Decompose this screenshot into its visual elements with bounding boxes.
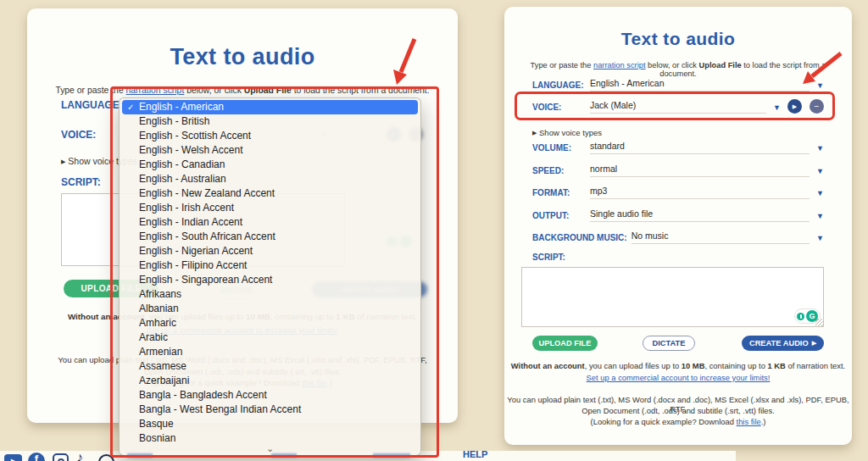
script-textarea[interactable]: G [521, 267, 824, 327]
volume-label: VOLUME: [532, 143, 590, 154]
commercial-account-link[interactable]: Set up a commercial account to increase … [587, 373, 771, 382]
expand-arrow-icon: ▶ [61, 158, 65, 164]
limits-t3: of narration text. [786, 361, 845, 370]
background-music-label: BACKGROUND MUSIC: [532, 233, 627, 244]
volume-select-row[interactable]: VOLUME: standard ▼ [532, 141, 824, 154]
formats-line3-prefix: (Looking for a quick example? Download [591, 417, 737, 426]
intro-prefix: Type or paste the [531, 61, 593, 69]
dropdown-arrow-icon[interactable]: ▼ [816, 81, 824, 92]
background-music-select-row[interactable]: BACKGROUND MUSIC: No music ▼ [532, 230, 824, 244]
limits-t2: , containing up to [704, 361, 767, 370]
intro-upload-file: Upload File [699, 61, 742, 69]
narration-script-link[interactable]: narration script [593, 61, 646, 69]
output-label: OUTPUT: [532, 211, 590, 222]
example-file-link[interactable]: this file [737, 417, 761, 426]
commercial-account-link-line: Set up a commercial account to increase … [504, 373, 852, 382]
annotation-rect-voice-row [515, 92, 835, 120]
limits-bold3: 1 KB [767, 361, 785, 370]
youtube-icon[interactable]: ▶ [4, 454, 22, 461]
upload-file-button[interactable]: UPLOAD FILE [532, 336, 598, 351]
format-value: mp3 [590, 186, 810, 199]
instagram-icon[interactable] [53, 453, 69, 461]
show-voice-types-label: Show voice types [539, 128, 602, 137]
dropdown-arrow-icon[interactable]: ▼ [816, 234, 824, 244]
grammarly-bulb-icon [797, 313, 804, 320]
script-label: SCRIPT: [532, 253, 565, 262]
limits-bold2: 10 MB [682, 361, 705, 370]
footer-help-link[interactable]: HELP [463, 449, 487, 459]
format-select-row[interactable]: FORMAT: mp3 ▼ [532, 186, 824, 199]
formats-line3: (Looking for a quick example? Download t… [504, 417, 852, 426]
annotation-rect-dropdown [110, 86, 439, 458]
language-select-row[interactable]: LANGUAGE: English - American ▼ [532, 78, 824, 92]
create-audio-label: CREATE AUDIO [749, 339, 809, 347]
text-to-audio-panel-right: Text to audio Type or paste the narratio… [504, 7, 852, 445]
upload-limits-text: Without an account, you can upload files… [504, 361, 852, 370]
dropdown-arrow-icon[interactable]: ▼ [816, 212, 824, 222]
limits-bold1: Without an account [511, 361, 585, 370]
formats-line2: Open Document (.odt, .ods) and subtitle … [504, 406, 852, 415]
show-voice-types-toggle[interactable]: ▶ Show voice types [532, 128, 602, 137]
language-label: LANGUAGE: [532, 81, 590, 92]
dropdown-arrow-icon[interactable]: ▼ [816, 167, 824, 177]
format-label: FORMAT: [532, 188, 590, 199]
limits-t1: , you can upload files up to [585, 361, 682, 370]
output-value: Single audio file [590, 208, 810, 222]
dropdown-arrow-icon[interactable]: ▼ [816, 189, 824, 199]
expand-arrow-icon: ▶ [532, 130, 537, 136]
dictate-button[interactable]: DICTATE [643, 336, 695, 351]
speed-label: SPEED: [532, 166, 590, 177]
intro-text: Type or paste the narration script below… [516, 61, 840, 78]
script-label: SCRIPT: [61, 176, 101, 188]
output-select-row[interactable]: OUTPUT: Single audio file ▼ [532, 208, 824, 222]
formats-line3-suffix: .) [761, 417, 766, 426]
background-music-value: No music [632, 230, 810, 244]
volume-value: standard [590, 141, 810, 154]
page-title: Text to audio [27, 44, 458, 70]
dropdown-arrow-icon[interactable]: ▼ [816, 144, 824, 154]
play-arrow-icon: ▶ [812, 340, 816, 347]
speed-select-row[interactable]: SPEED: normal ▼ [532, 164, 824, 177]
intro-middle: below, or click [646, 61, 699, 69]
language-value: English - American [590, 78, 810, 92]
create-audio-button[interactable]: CREATE AUDIO▶ [742, 336, 824, 351]
speed-value: normal [590, 164, 810, 177]
voice-label: VOICE: [61, 129, 96, 141]
textarea-resize-handle[interactable] [815, 319, 823, 326]
tiktok-icon[interactable]: ♪ [76, 450, 83, 461]
page-title: Text to audio [504, 29, 852, 49]
